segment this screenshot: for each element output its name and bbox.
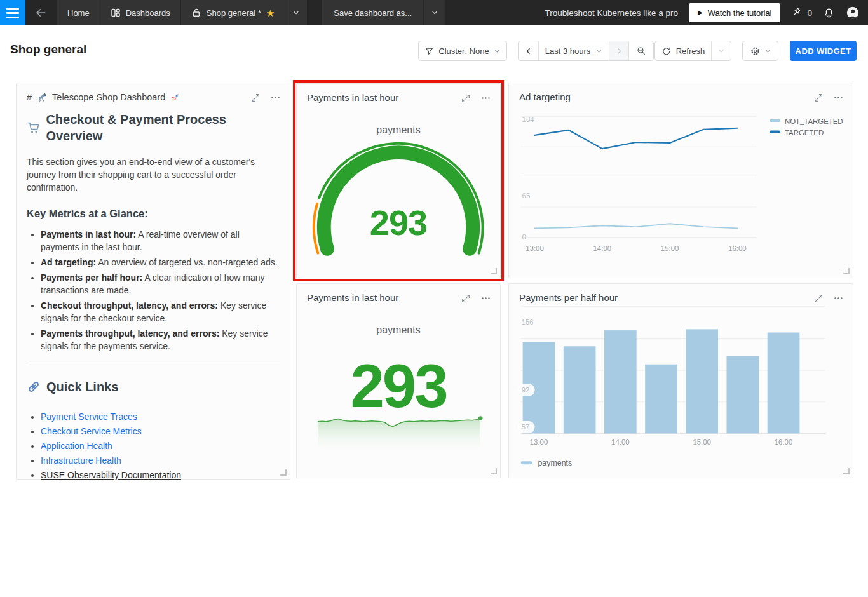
page-title: Shop general	[10, 43, 86, 57]
tab-home-label: Home	[67, 8, 90, 18]
legend-item-TARGETED[interactable]: TARGETED	[770, 129, 824, 137]
zoom-out-button[interactable]	[628, 41, 653, 60]
quick-link-item: Infrastructure Health	[41, 454, 280, 467]
time-prev-button[interactable]	[519, 41, 538, 60]
save-dashboard-group: Save dashboard as...	[322, 0, 445, 25]
svg-text:92: 92	[522, 386, 530, 394]
payments-per-half-hour-widget: Payments per half hour 156925713:0014:00…	[508, 283, 853, 478]
chevron-down-icon	[764, 48, 771, 55]
time-range-dropdown[interactable]: Last 3 hours	[538, 41, 609, 60]
save-dashboard-button[interactable]: Save dashboard as...	[322, 0, 423, 25]
refresh-icon	[661, 46, 671, 56]
shopping-cart-emoji	[27, 121, 40, 135]
svg-text:payments: payments	[538, 459, 572, 467]
pin-count: 0	[807, 8, 812, 18]
tab-list-chevron-button[interactable]	[285, 0, 307, 25]
quick-link-item: Checkout Service Metrics	[41, 425, 280, 438]
page-header: Shop general Cluster: None Last 3 hours	[0, 25, 868, 80]
gear-icon	[750, 46, 761, 57]
dashboards-icon	[111, 8, 121, 18]
tab-shop-general[interactable]: Shop general * ★	[181, 0, 285, 25]
resize-handle[interactable]	[491, 468, 497, 474]
legend-item-payments[interactable]: payments	[521, 459, 573, 467]
expand-icon[interactable]	[250, 93, 261, 103]
tab-dashboards-label: Dashboards	[126, 8, 170, 18]
markdown-title-text: Telescope Shop Dashboard	[52, 92, 165, 102]
svg-text:0: 0	[522, 233, 526, 241]
payments-gauge-chart[interactable]	[297, 84, 500, 278]
app-window: Home Dashboards Shop general * ★ Save da…	[0, 0, 868, 597]
metric-item: Payments throughput, latency, and errors…	[41, 327, 280, 352]
nav-tabs: Home Dashboards Shop general * ★	[57, 0, 307, 25]
quick-links-heading-text: Quick Links	[46, 379, 118, 395]
dashboard-settings-button[interactable]	[742, 41, 778, 61]
svg-text:NOT_TARGETED: NOT_TARGETED	[785, 117, 843, 125]
tab-dashboards[interactable]: Dashboards	[100, 0, 180, 25]
back-button[interactable]	[34, 6, 47, 19]
markdown-widget: # Telescope Shop Dashboard Checkout & Pa…	[16, 83, 290, 480]
favorite-star-icon[interactable]: ★	[266, 8, 275, 18]
resize-handle[interactable]	[843, 468, 850, 474]
more-menu-icon[interactable]	[270, 92, 281, 103]
save-dashboard-label: Save dashboard as...	[334, 8, 412, 18]
svg-text:16:00: 16:00	[775, 438, 793, 446]
top-navigation-bar: Home Dashboards Shop general * ★ Save da…	[0, 0, 868, 25]
svg-text:65: 65	[522, 192, 531, 199]
tab-home[interactable]: Home	[57, 0, 100, 25]
payments-sparkline-chart[interactable]	[297, 284, 500, 478]
svg-text:15:00: 15:00	[693, 438, 711, 446]
quick-link[interactable]: Checkout Service Metrics	[41, 426, 142, 436]
chevron-left-icon	[524, 47, 532, 55]
save-dashboard-chevron[interactable]	[424, 0, 445, 25]
ad-targeting-widget: Ad targeting 18465013:0014:0015:0016:00N…	[508, 83, 853, 278]
quick-links-heading: Quick Links	[27, 379, 280, 395]
resize-handle[interactable]	[280, 469, 287, 476]
quick-link[interactable]: Payment Service Traces	[41, 412, 137, 422]
watch-tutorial-button[interactable]: ▶ Watch the tutorial	[689, 3, 780, 22]
cluster-filter-button[interactable]: Cluster: None	[418, 41, 507, 61]
svg-text:13:00: 13:00	[526, 245, 544, 252]
markdown-widget-actions	[250, 92, 281, 103]
payments-bar-chart[interactable]: 156925713:0014:0015:0016:00payments	[509, 284, 853, 478]
quick-link[interactable]: Application Health	[41, 441, 112, 451]
rocket-emoji	[170, 91, 181, 103]
hamburger-icon	[6, 8, 19, 10]
refresh-interval-chevron[interactable]	[711, 41, 731, 60]
filter-funnel-icon	[424, 46, 434, 56]
quick-link[interactable]: Infrastructure Health	[41, 455, 121, 466]
svg-text:13:00: 13:00	[530, 438, 548, 446]
chevron-down-icon	[595, 48, 602, 55]
time-next-button[interactable]	[609, 41, 628, 60]
user-avatar[interactable]	[846, 6, 860, 20]
refresh-button[interactable]: Refresh	[655, 41, 711, 60]
quick-link[interactable]: SUSE Observability Documentation	[41, 470, 181, 480]
link-emoji	[27, 380, 41, 394]
resize-handle[interactable]	[843, 268, 850, 274]
legend-item-NOT_TARGETED[interactable]: NOT_TARGETED	[770, 117, 843, 125]
notifications-button[interactable]	[823, 7, 835, 19]
refresh-label: Refresh	[676, 46, 705, 56]
single-value-widget: Payments in last hour payments 293	[296, 283, 501, 478]
add-widget-label: ADD WIDGET	[796, 46, 851, 56]
refresh-control: Refresh	[654, 41, 731, 61]
markdown-hash: #	[27, 92, 32, 102]
telescope-emoji	[36, 91, 48, 103]
metric-item: Ad targeting: An overview of targeted vs…	[41, 256, 280, 269]
hamburger-menu-button[interactable]	[0, 0, 25, 25]
divider	[27, 363, 280, 363]
topbar-right-cluster: Troubleshoot Kubernetes like a pro ▶ Wat…	[545, 3, 868, 22]
overview-paragraph: This section gives you an end-to-end vie…	[27, 156, 280, 194]
quick-link-item: Payment Service Traces	[41, 410, 280, 423]
chevron-right-icon	[615, 47, 623, 55]
chevron-down-icon	[717, 47, 725, 55]
svg-text:14:00: 14:00	[611, 438, 630, 446]
markdown-widget-title: # Telescope Shop Dashboard	[27, 91, 248, 103]
overview-heading: Checkout & Payment Process Overview	[27, 111, 280, 144]
resize-handle[interactable]	[491, 268, 497, 274]
pinned-items-button[interactable]: 0	[791, 7, 812, 18]
add-widget-button[interactable]: ADD WIDGET	[790, 41, 857, 61]
ad-targeting-line-chart[interactable]: 18465013:0014:0015:0016:00NOT_TARGETEDTA…	[509, 83, 853, 278]
play-icon: ▶	[698, 10, 703, 16]
arrow-left-icon	[34, 6, 47, 19]
svg-text:15:00: 15:00	[661, 245, 679, 252]
